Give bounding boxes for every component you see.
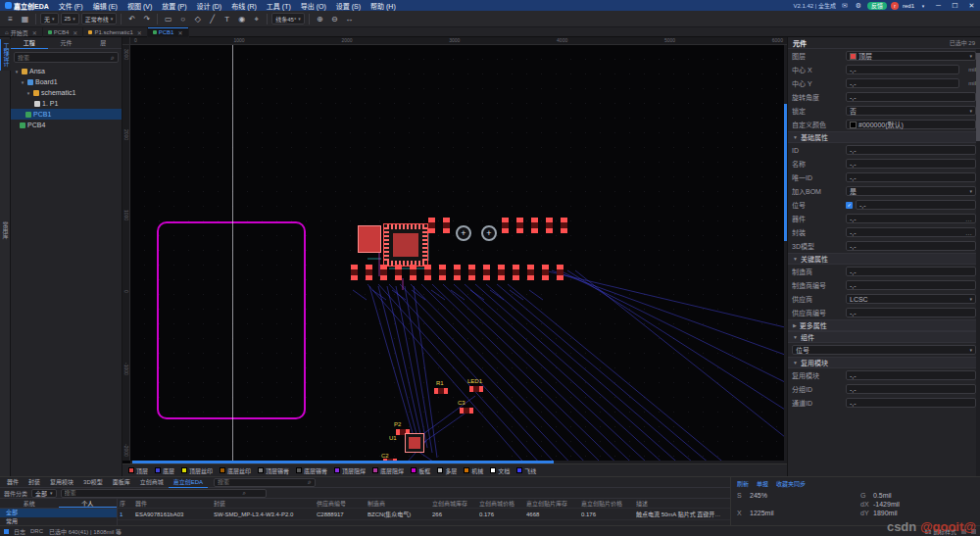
- tab-3d-models[interactable]: 3D模型: [78, 477, 108, 488]
- layer-chip[interactable]: 飞线: [514, 465, 539, 476]
- library-quick-search[interactable]: ⌕: [214, 478, 316, 487]
- component-passive[interactable]: [527, 265, 534, 280]
- component-passive[interactable]: [483, 265, 490, 280]
- mpn-input[interactable]: -,-: [846, 280, 976, 290]
- caret-down-icon[interactable]: ▾: [14, 69, 20, 74]
- tab-jlc-eda[interactable]: 嘉立创EDA: [169, 477, 208, 488]
- line-tool-icon[interactable]: ╱: [206, 13, 219, 25]
- rotation-input[interactable]: -,-: [846, 92, 976, 102]
- section-group[interactable]: ▼组件: [788, 331, 980, 343]
- layer-chip[interactable]: 底层: [152, 465, 177, 476]
- group-id-input[interactable]: -,-: [846, 384, 976, 394]
- zoom-out-icon[interactable]: ⊖: [328, 13, 341, 25]
- gear-icon[interactable]: ⚙: [854, 2, 863, 10]
- board-outline[interactable]: [157, 221, 306, 419]
- more-icon[interactable]: …: [965, 216, 972, 222]
- layer-chip[interactable]: 底层锡膏: [293, 465, 330, 476]
- component-passive[interactable]: [439, 265, 446, 280]
- tab-footprints[interactable]: 封装: [24, 477, 45, 488]
- component-passive[interactable]: [454, 265, 461, 280]
- project-search[interactable]: ⌕: [14, 52, 119, 63]
- component-capacitor[interactable]: [460, 408, 473, 414]
- layer-chip[interactable]: 底层丝印: [217, 465, 254, 476]
- statusbar-log-toggle[interactable]: 日志: [14, 527, 25, 536]
- component-passive[interactable]: [561, 218, 567, 233]
- redo-icon[interactable]: ↷: [140, 13, 153, 25]
- menu-item[interactable]: 文件 (F): [54, 1, 88, 11]
- menu-item[interactable]: 视图 (V): [122, 1, 157, 11]
- component-button[interactable]: +: [456, 225, 471, 241]
- rail-tab-library[interactable]: 常用库: [0, 218, 11, 243]
- component-qfp-chip[interactable]: [383, 223, 428, 267]
- tab-components[interactable]: 元件: [48, 37, 85, 49]
- tree-item-board1[interactable]: ▾ Board1: [11, 76, 122, 87]
- tab-reuse-blocks[interactable]: 复用模块: [45, 477, 78, 488]
- category-select[interactable]: 全部▾: [31, 489, 57, 498]
- designator-checkbox[interactable]: ✓: [846, 202, 853, 209]
- window-minimize-button[interactable]: ─: [932, 2, 945, 9]
- custom-color-picker[interactable]: #000000(默认): [846, 120, 976, 129]
- library-search[interactable]: ⌕: [61, 489, 267, 498]
- manufacturer-input[interactable]: -,-: [846, 267, 976, 276]
- bom-select[interactable]: 是▾: [846, 186, 976, 196]
- menu-item[interactable]: 放置 (P): [157, 1, 191, 11]
- target-icon[interactable]: ⌖: [250, 13, 263, 25]
- tree-item-pcb1[interactable]: PCB1: [11, 109, 122, 120]
- diamond-tool-icon[interactable]: ◇: [191, 13, 204, 25]
- layer-chip[interactable]: 机械: [461, 465, 486, 476]
- project-search-input[interactable]: [18, 55, 109, 61]
- avatar[interactable]: r: [891, 2, 899, 10]
- tree-item-workspace[interactable]: ▾ Ansa: [11, 66, 122, 76]
- component-passive[interactable]: [546, 218, 553, 233]
- layout-toggle-icon[interactable]: [961, 529, 966, 534]
- component-passive[interactable]: [498, 265, 505, 280]
- tab-schematic1[interactable]: P1.schematic1✕: [83, 27, 147, 37]
- section-more-props[interactable]: ▶更多属性: [788, 319, 980, 331]
- tab-start-page[interactable]: ⌂开始页✕: [0, 27, 43, 37]
- footprint-input[interactable]: -,-…: [846, 227, 976, 237]
- layer-chip[interactable]: 底层阻焊: [369, 465, 407, 476]
- layer-chip[interactable]: 文档: [487, 465, 513, 476]
- section-basic-props[interactable]: ▼基础属性: [788, 131, 980, 143]
- caret-down-icon[interactable]: ▾: [25, 90, 31, 96]
- scrollbar-thumb[interactable]: [976, 53, 980, 141]
- component-passive[interactable]: [502, 218, 509, 233]
- close-icon[interactable]: ✕: [32, 29, 37, 36]
- center-x-input[interactable]: -,-: [846, 65, 959, 74]
- close-icon[interactable]: ✕: [73, 29, 77, 36]
- feedback-badge[interactable]: 反馈: [867, 2, 887, 10]
- grid-size-select[interactable]: 25▾: [61, 13, 79, 24]
- close-icon[interactable]: ✕: [137, 29, 142, 36]
- rect-tool-icon[interactable]: ▭: [162, 13, 174, 25]
- uuid-input[interactable]: -,-: [846, 172, 976, 182]
- corner-mode-select[interactable]: 线条45°▾: [271, 13, 305, 24]
- menu-item[interactable]: 设计 (D): [192, 1, 227, 11]
- component-passive[interactable]: [542, 265, 549, 280]
- component-passive[interactable]: [513, 265, 519, 280]
- layout-toggle-icon[interactable]: [971, 529, 976, 534]
- route-mode-select[interactable]: 正常布线▾: [81, 13, 118, 24]
- undo-icon[interactable]: ↶: [125, 13, 138, 25]
- via-tool-icon[interactable]: ◉: [235, 13, 248, 25]
- menu-item[interactable]: 工具 (T): [262, 1, 296, 11]
- table-row[interactable]: 1ESA9078161bA03SW-SMD_MP-L3.4-W3.4-P2.0C…: [118, 509, 730, 520]
- component-led[interactable]: [469, 386, 483, 392]
- info-link[interactable]: 收藏夹同步: [776, 479, 806, 488]
- tab-panel-lib[interactable]: 面板库: [108, 477, 135, 488]
- designator-input[interactable]: -,-: [856, 200, 976, 210]
- component-button[interactable]: +: [481, 225, 497, 241]
- library-category-all[interactable]: 全部: [0, 509, 117, 517]
- component-passive[interactable]: [468, 265, 475, 280]
- tree-item-page-p1[interactable]: 1. P1: [11, 98, 122, 109]
- component-passive[interactable]: [380, 265, 387, 280]
- caret-down-icon[interactable]: ▾: [20, 79, 25, 85]
- tab-project[interactable]: 工程: [11, 37, 48, 49]
- tab-devices[interactable]: 器件: [2, 477, 24, 488]
- tab-pcb4[interactable]: PCB4✕: [43, 27, 84, 37]
- info-link[interactable]: 单报: [757, 479, 768, 488]
- section-key-props[interactable]: ▼关键属性: [788, 253, 980, 265]
- pcb-editor-canvas[interactable]: + + R1 LED1 C3 P2 U1 C2: [122, 37, 787, 476]
- component-passive[interactable]: [424, 265, 431, 280]
- component-passive[interactable]: [351, 265, 358, 280]
- device-input[interactable]: -,-…: [846, 214, 976, 223]
